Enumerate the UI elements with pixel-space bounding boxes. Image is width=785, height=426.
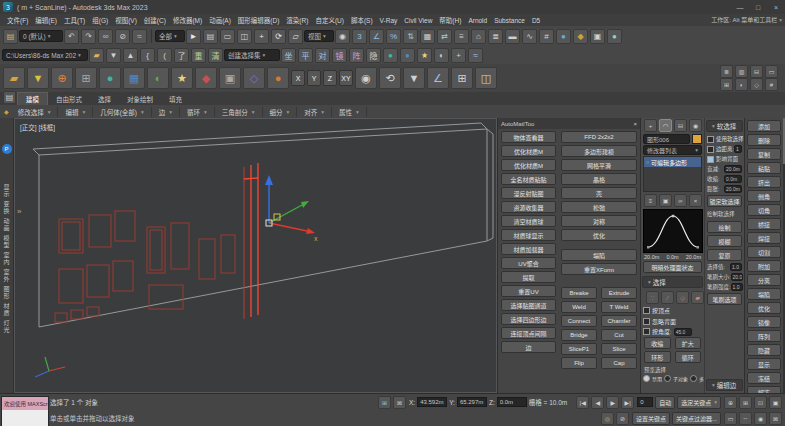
mirror-icon[interactable]: ⇄ bbox=[437, 29, 452, 44]
pin-stack-icon[interactable]: ≡ bbox=[644, 194, 657, 207]
tool-button[interactable]: Weld bbox=[561, 301, 597, 313]
render-teapot-icon[interactable]: ◆ bbox=[195, 67, 217, 89]
lock-soft-selection-button[interactable]: 锁定软选择 bbox=[707, 195, 742, 207]
render-production-icon[interactable]: ● bbox=[607, 29, 622, 44]
material-sphere-icon[interactable]: ● bbox=[383, 48, 398, 63]
menu-item[interactable]: 组(G) bbox=[89, 15, 111, 25]
paint-icon[interactable]: ● bbox=[267, 67, 289, 89]
safe-frame-icon[interactable]: ▭ bbox=[765, 65, 778, 78]
tool-button[interactable]: Cap bbox=[601, 357, 637, 369]
display-panel-icon[interactable]: ▥ bbox=[735, 65, 748, 78]
import-icon[interactable]: ▼ bbox=[106, 48, 121, 63]
undo-icon[interactable]: ↶ bbox=[64, 29, 79, 44]
y-coordinate-field[interactable] bbox=[457, 397, 487, 407]
menu-item[interactable]: Civil View bbox=[401, 17, 435, 24]
export-icon[interactable]: ▲ bbox=[123, 48, 138, 63]
tool-button[interactable]: 网格平滑 bbox=[561, 159, 637, 171]
select-and-rotate-icon[interactable]: ⟳ bbox=[271, 29, 286, 44]
remove-modifier-icon[interactable]: × bbox=[689, 194, 702, 207]
snaps-toggle-icon[interactable]: 3 bbox=[352, 29, 367, 44]
tool-button[interactable]: 选择四边形边 bbox=[501, 313, 556, 325]
edge-distance-checkbox[interactable]: 边距离: bbox=[707, 145, 734, 153]
tools-close-icon[interactable]: × bbox=[633, 121, 637, 127]
tool-button[interactable]: 松弛 bbox=[561, 201, 637, 213]
tool-button[interactable]: 材质球显示 bbox=[501, 229, 556, 241]
plugin-p-button[interactable]: P bbox=[2, 144, 12, 154]
left-dock-tab[interactable]: 动画 bbox=[2, 218, 11, 232]
left-dock-tab[interactable]: 显示 bbox=[2, 184, 11, 198]
affect-backfacing-checkbox[interactable]: 影响背面 bbox=[707, 155, 742, 163]
ribbon-toggle-icon[interactable]: ▬ bbox=[505, 29, 520, 44]
minimize-button[interactable]: — bbox=[731, 1, 749, 14]
falloff-field[interactable]: 20.0m bbox=[724, 165, 742, 173]
tool-button[interactable]: 边 bbox=[501, 341, 556, 353]
tool-button[interactable]: 优化 bbox=[561, 229, 637, 241]
shade-mode-icon[interactable]: ◐ bbox=[735, 78, 748, 91]
tool-button[interactable]: 阵列 bbox=[747, 330, 781, 342]
tool-button[interactable]: SliceP1 bbox=[561, 343, 597, 355]
ribbon-panel-label[interactable]: 编辑▾ bbox=[58, 107, 93, 117]
left-dock-tab[interactable]: 模型 bbox=[2, 235, 11, 249]
pan-icon[interactable]: ⇔ bbox=[739, 412, 752, 425]
menu-item[interactable]: 修改器(M) bbox=[170, 15, 205, 25]
tool-button[interactable]: 重置XForm bbox=[561, 263, 637, 275]
edit-edges-rollout-header[interactable]: ▾编辑边 bbox=[706, 379, 743, 391]
light-icon[interactable]: ★ bbox=[417, 48, 432, 63]
tool-button[interactable]: FFD 2x2x2 bbox=[561, 131, 637, 143]
select-object-icon[interactable]: ► bbox=[186, 29, 201, 44]
save-file-icon[interactable]: ▼ bbox=[27, 67, 49, 89]
material-editor-icon[interactable]: ● bbox=[556, 29, 571, 44]
tool-button[interactable]: Breake bbox=[561, 287, 597, 299]
angle-snap-icon[interactable]: ∠ bbox=[369, 29, 384, 44]
tool-button[interactable]: 挤出 bbox=[747, 176, 781, 188]
orbit-icon[interactable]: ◉ bbox=[754, 412, 767, 425]
by-angle-checkbox[interactable]: 按角度: bbox=[643, 327, 672, 336]
smooth-icon[interactable]: ◐ bbox=[147, 67, 169, 89]
menu-item[interactable]: 工具(T) bbox=[61, 15, 88, 25]
zoom-extents-all-icon[interactable]: ▣ bbox=[769, 396, 782, 409]
macro-reset-icon[interactable]: 重 bbox=[191, 48, 206, 63]
hide-tool-icon[interactable]: 隐 bbox=[366, 48, 381, 63]
next-frame-icon[interactable]: ▶| bbox=[621, 396, 634, 409]
tool-button[interactable]: 焊接 bbox=[747, 232, 781, 244]
light-bulb-icon[interactable]: ★ bbox=[171, 67, 193, 89]
make-unique-icon[interactable]: ∞ bbox=[674, 194, 687, 207]
tool-button[interactable]: Chamfer bbox=[601, 315, 637, 327]
curve-editor-icon[interactable]: ∿ bbox=[522, 29, 537, 44]
physics-icon[interactable]: ◇ bbox=[243, 67, 265, 89]
tool-button[interactable]: Extrude bbox=[601, 287, 637, 299]
script-open-brace-icon[interactable]: { bbox=[140, 48, 155, 63]
geosphere-icon[interactable]: ● bbox=[400, 48, 415, 63]
loop-button[interactable]: 循环 bbox=[675, 351, 702, 363]
close-button[interactable]: × bbox=[767, 1, 785, 14]
tool-button[interactable]: 晶格 bbox=[561, 173, 637, 185]
play-icon[interactable]: ▶ bbox=[606, 396, 619, 409]
ribbon-panel-label[interactable]: 属性▾ bbox=[332, 107, 367, 117]
ribbon-panel-label[interactable]: 几何体(全部)▾ bbox=[93, 107, 152, 117]
tool-button[interactable]: UV聚合 bbox=[501, 257, 556, 269]
shaded-face-toggle-button[interactable]: 明暗处理面状态 bbox=[643, 261, 702, 273]
maximize-button[interactable]: □ bbox=[749, 1, 767, 14]
adaptive-degradation-icon[interactable]: ⊘ bbox=[616, 412, 629, 425]
tool-button[interactable]: 倒角 bbox=[747, 190, 781, 202]
layers-panel-icon[interactable]: ≣ bbox=[720, 65, 733, 78]
rectangular-selection-icon[interactable]: ▭ bbox=[220, 29, 235, 44]
ribbon-tab[interactable]: 自由形式 bbox=[48, 93, 90, 105]
schematic-view-icon[interactable]: # bbox=[539, 29, 554, 44]
mirror-tool-icon[interactable]: 镜 bbox=[332, 48, 347, 63]
menu-item[interactable]: 帮助(H) bbox=[436, 15, 464, 25]
tool-button[interactable]: 塌陷 bbox=[747, 288, 781, 300]
menu-item[interactable]: 编辑(E) bbox=[32, 15, 60, 25]
unlink-selection-icon[interactable]: ⊘ bbox=[115, 29, 130, 44]
menu-item[interactable]: 动画(A) bbox=[206, 15, 234, 25]
tool-button[interactable]: Bridge bbox=[561, 329, 597, 341]
tool-button[interactable]: 冻结 bbox=[747, 372, 781, 384]
polygon-icon[interactable]: ▰ bbox=[691, 291, 704, 304]
edge-distance-field[interactable]: 1 bbox=[734, 145, 742, 153]
workspace-selector[interactable]: 工作区: Alt 菜单和工具栏▾ bbox=[711, 15, 782, 24]
tool-button[interactable]: Slice bbox=[601, 343, 637, 355]
uvw-map-icon[interactable]: ▦ bbox=[123, 67, 145, 89]
tool-button[interactable]: 分离 bbox=[747, 274, 781, 286]
isolate-selection-icon[interactable]: ◎ bbox=[601, 412, 614, 425]
menu-item[interactable]: 图形编辑器(D) bbox=[235, 15, 283, 25]
